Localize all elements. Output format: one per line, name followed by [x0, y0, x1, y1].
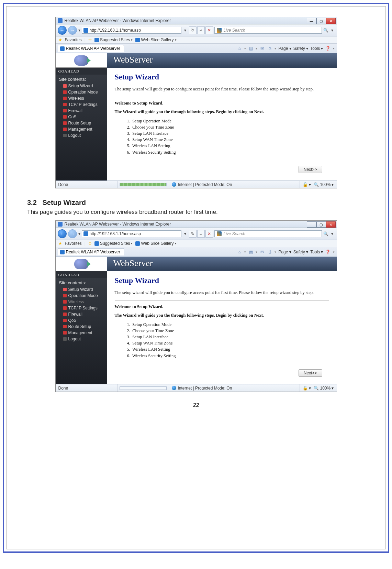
nav-wireless[interactable]: Wireless: [59, 95, 105, 101]
screenshot-2: Realtek WLAN AP Webserver - Windows Inte…: [55, 220, 337, 392]
forward-button[interactable]: →: [68, 26, 77, 35]
nav-setup-wizard-2[interactable]: Setup Wizard: [59, 286, 105, 293]
search-button-2[interactable]: 🔍: [323, 231, 328, 236]
nav-management[interactable]: Management: [59, 126, 105, 132]
step-1: 1. Setup Operation Mode: [127, 118, 329, 124]
globe-icon-2: [172, 386, 176, 390]
web-slice-link-2[interactable]: Web Slice Gallery▾: [135, 241, 176, 246]
tools-menu[interactable]: Tools ▾: [310, 46, 323, 51]
stop-button[interactable]: ✕: [205, 26, 213, 34]
window-minimize-button[interactable]: —: [307, 18, 316, 24]
ie-favicon: [58, 18, 63, 23]
window-maximize-button[interactable]: ▢: [316, 18, 326, 24]
home-button[interactable]: ⌂: [237, 46, 242, 51]
nav-wireless-2[interactable]: Wireless: [59, 299, 105, 305]
recent-dropdown-2[interactable]: ▾: [78, 231, 80, 236]
window-minimize-button-2[interactable]: —: [307, 221, 316, 228]
tools-menu-2[interactable]: Tools ▾: [310, 250, 323, 254]
browser-tab-2[interactable]: Realtek WLAN AP Webserver: [58, 248, 124, 255]
favorites-label-2[interactable]: Favorites: [65, 241, 82, 246]
safety-menu[interactable]: Safety ▾: [293, 46, 308, 51]
fav-add-icon[interactable]: ✩: [88, 37, 92, 42]
favorites-star-icon-2[interactable]: ★: [58, 241, 62, 246]
readmail-button-2[interactable]: ✉: [259, 249, 265, 255]
divider: [115, 97, 329, 97]
nav-operation-mode[interactable]: Operation Mode: [59, 89, 105, 95]
refresh-button-2[interactable]: ↻: [189, 230, 197, 238]
nav-tcpip[interactable]: TCP/IP Settings: [59, 101, 105, 108]
site-contents-label-2: Site contents:: [59, 280, 105, 285]
nav-setup-wizard[interactable]: Setup Wizard: [59, 83, 105, 89]
nav-firewall-2[interactable]: Firewall: [59, 311, 105, 317]
wizard-steps-list: 1. Setup Operation Mode 2. Choose your T…: [127, 118, 329, 155]
page-menu[interactable]: Page ▾: [278, 46, 291, 51]
protected-mode-indicator[interactable]: 🔓 ▾: [303, 182, 311, 187]
nav-qos-2[interactable]: QoS: [59, 317, 105, 324]
favorites-label[interactable]: Favorites: [65, 37, 82, 42]
webserver-banner: WebServer: [107, 53, 337, 68]
recent-dropdown[interactable]: ▾: [78, 28, 80, 33]
screenshot-1: Realtek WLAN AP Webserver - Windows Inte…: [55, 17, 337, 188]
help-button[interactable]: ❓: [325, 46, 331, 51]
search-box-2[interactable]: Live Search: [214, 230, 322, 237]
feed-button-2[interactable]: ▤: [248, 249, 254, 255]
search-box[interactable]: Live Search: [214, 27, 322, 34]
nav-route-setup[interactable]: Route Setup: [59, 120, 105, 126]
address-bar[interactable]: http://192.168.1.1/home.asp: [82, 27, 181, 34]
compat-button-2[interactable]: ⤾: [197, 230, 205, 238]
protected-mode-indicator-2[interactable]: 🔓 ▾: [303, 386, 311, 391]
browser-tab[interactable]: Realtek WLAN AP Webserver: [58, 45, 124, 52]
address-toolbar: ← → ▾ http://192.168.1.1/home.asp ▾ ↻ ⤾ …: [56, 24, 337, 36]
nav-qos[interactable]: QoS: [59, 114, 105, 120]
page-menu-2[interactable]: Page ▾: [278, 250, 291, 254]
tab-icon-1: [60, 46, 65, 51]
help-button-2[interactable]: ❓: [325, 249, 331, 255]
address-dropdown[interactable]: ▾: [183, 28, 188, 33]
step-3: 3. Setup LAN Interface: [127, 130, 329, 136]
refresh-button[interactable]: ↻: [189, 26, 197, 34]
safety-menu-2[interactable]: Safety ▾: [293, 250, 308, 254]
feed-button[interactable]: ▤: [248, 46, 254, 51]
readmail-button[interactable]: ✉: [259, 46, 265, 51]
back-button[interactable]: ←: [58, 26, 67, 35]
address-bar-2[interactable]: http://192.168.1.1/home.asp: [82, 230, 181, 237]
welcome-text: Welcome to Setup Wizard.: [115, 101, 329, 106]
webserver-banner-2: WebServer: [107, 257, 337, 271]
window-close-button[interactable]: ✕: [326, 18, 336, 24]
stop-button-2[interactable]: ✕: [205, 230, 213, 238]
suggested-sites-link-2[interactable]: Suggested Sites▾: [94, 241, 133, 246]
nav-logout[interactable]: Logout: [59, 132, 105, 139]
search-provider-icon: [217, 28, 222, 33]
status-bar: Done Internet | Protected Mode: On 🔓 ▾ 🔍…: [56, 180, 337, 188]
window-maximize-button-2[interactable]: ▢: [316, 221, 326, 228]
nav-tcpip-2[interactable]: TCP/IP Settings: [59, 305, 105, 311]
zoom-control-2[interactable]: 🔍 100% ▾: [314, 386, 334, 391]
compat-button[interactable]: ⤾: [197, 26, 205, 34]
favorites-star-icon[interactable]: ★: [58, 37, 62, 42]
nav-logout-2[interactable]: Logout: [59, 336, 105, 342]
next-button[interactable]: Next>>: [299, 166, 322, 173]
print-button-2[interactable]: ⎙: [267, 249, 272, 255]
print-button[interactable]: ⎙: [267, 46, 272, 51]
search-button[interactable]: 🔍: [323, 28, 328, 33]
forward-button-2[interactable]: →: [68, 229, 77, 238]
fav-add-icon-2[interactable]: ✩: [88, 241, 92, 246]
browser-viewport: GOAHEAD Site contents: Setup Wizard Oper…: [56, 53, 337, 180]
search-dropdown[interactable]: ▾: [330, 28, 335, 33]
suggested-sites-link[interactable]: Suggested Sites▾: [94, 37, 133, 42]
nav-route-setup-2[interactable]: Route Setup: [59, 324, 105, 330]
search-placeholder: Live Search: [224, 28, 245, 33]
nav-management-2[interactable]: Management: [59, 330, 105, 336]
home-button-2[interactable]: ⌂: [237, 249, 242, 255]
back-button-2[interactable]: ←: [58, 229, 67, 238]
web-slice-link[interactable]: Web Slice Gallery▾: [135, 37, 176, 42]
address-dropdown-2[interactable]: ▾: [183, 231, 188, 236]
next-button-2[interactable]: Next>>: [299, 369, 322, 377]
zoom-control[interactable]: 🔍 100% ▾: [314, 182, 334, 187]
section-paragraph: This page guides you to configure wirele…: [27, 209, 365, 216]
window-close-button-2[interactable]: ✕: [326, 221, 336, 228]
nav-operation-mode-2[interactable]: Operation Mode: [59, 293, 105, 299]
search-dropdown-2[interactable]: ▾: [330, 231, 335, 236]
divider-2: [115, 300, 329, 301]
nav-firewall[interactable]: Firewall: [59, 108, 105, 114]
